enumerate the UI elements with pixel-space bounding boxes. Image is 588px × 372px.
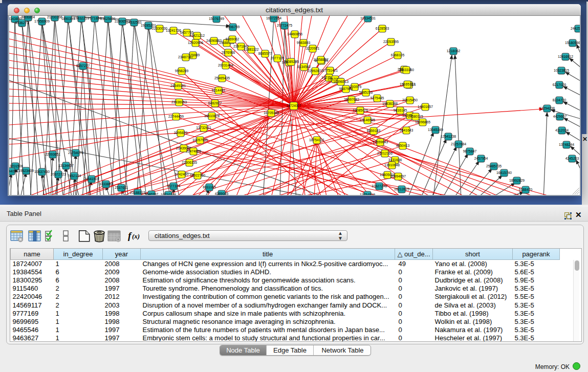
svg-text:3333883: 3333883 — [99, 182, 113, 186]
svg-text:21012166: 21012166 — [377, 151, 393, 155]
svg-text:8359183: 8359183 — [367, 129, 381, 133]
svg-text:8336273: 8336273 — [15, 21, 29, 25]
svg-text:13421212: 13421212 — [189, 34, 205, 37]
svg-text:22330030: 22330030 — [152, 27, 167, 30]
svg-text:5685216: 5685216 — [359, 91, 373, 94]
svg-text:25997682: 25997682 — [344, 98, 359, 101]
svg-text:20031404: 20031404 — [218, 63, 233, 67]
svg-text:18992829: 18992829 — [509, 179, 525, 182]
svg-text:8396759: 8396759 — [226, 25, 240, 29]
svg-text:4112034: 4112034 — [555, 128, 569, 132]
svg-text:15165337: 15165337 — [400, 82, 415, 86]
svg-text:17956909: 17956909 — [34, 19, 50, 23]
svg-text:25025631: 25025631 — [100, 17, 116, 20]
svg-text:19836388: 19836388 — [382, 102, 398, 105]
svg-text:3395870: 3395870 — [174, 131, 188, 135]
svg-text:17559643: 17559643 — [373, 140, 388, 144]
svg-text:20994697: 20994697 — [390, 174, 406, 178]
svg-text:23936053: 23936053 — [171, 100, 187, 104]
svg-text:24549181: 24549181 — [170, 84, 186, 87]
svg-text:5641643: 5641643 — [400, 128, 413, 132]
svg-text:25465435: 25465435 — [214, 76, 230, 80]
svg-text:4429607: 4429607 — [553, 115, 567, 118]
svg-text:8811165: 8811165 — [203, 185, 216, 189]
svg-text:18096865: 18096865 — [415, 120, 430, 124]
svg-text:11558837: 11558837 — [313, 58, 329, 61]
svg-text:16396513: 16396513 — [333, 80, 349, 83]
svg-text:5188470: 5188470 — [519, 188, 533, 191]
svg-text:20772475: 20772475 — [277, 24, 292, 27]
svg-text:9214491: 9214491 — [212, 89, 226, 92]
svg-text:7452134: 7452134 — [68, 174, 81, 178]
svg-text:9983893: 9983893 — [297, 41, 311, 45]
svg-text:10334531: 10334531 — [360, 16, 376, 20]
svg-text:19832259: 19832259 — [74, 16, 89, 20]
svg-text:3644095: 3644095 — [9, 169, 18, 173]
svg-text:3677374: 3677374 — [167, 184, 181, 188]
svg-text:(x): (x) — [132, 232, 140, 240]
svg-text:24532561: 24532561 — [126, 20, 142, 24]
svg-text:13701506: 13701506 — [9, 164, 23, 168]
svg-text:14460856: 14460856 — [287, 32, 302, 36]
svg-text:10323815: 10323815 — [554, 69, 569, 72]
svg-text:13045349: 13045349 — [428, 128, 443, 132]
svg-text:18724007: 18724007 — [287, 104, 301, 107]
svg-text:22306335: 22306335 — [182, 161, 197, 164]
svg-text:2077105: 2077105 — [271, 56, 285, 60]
svg-text:16072954: 16072954 — [266, 16, 281, 20]
svg-text:6128503: 6128503 — [376, 27, 389, 30]
svg-text:19085076: 19085076 — [353, 108, 368, 112]
svg-text:2876966: 2876966 — [222, 51, 235, 54]
svg-text:3220921: 3220921 — [306, 47, 320, 50]
svg-text:23833160: 23833160 — [399, 68, 414, 72]
svg-text:21200396: 21200396 — [47, 16, 62, 19]
svg-text:23188315: 23188315 — [130, 191, 145, 194]
svg-text:22093651: 22093651 — [45, 152, 60, 156]
svg-text:18922760: 18922760 — [190, 173, 205, 177]
svg-text:10327246: 10327246 — [372, 184, 387, 188]
svg-text:8806804: 8806804 — [21, 16, 35, 19]
svg-text:18754131: 18754131 — [309, 138, 324, 142]
svg-text:19523409: 19523409 — [18, 169, 34, 172]
svg-text:16213925: 16213925 — [394, 187, 409, 191]
svg-text:16415740: 16415740 — [496, 171, 512, 174]
svg-text:9816145: 9816145 — [394, 108, 407, 112]
svg-text:14401657: 14401657 — [418, 105, 433, 108]
svg-text:15076749: 15076749 — [209, 17, 224, 20]
svg-text:7671884: 7671884 — [88, 16, 102, 20]
svg-text:10057945: 10057945 — [192, 138, 208, 142]
svg-text:4050413: 4050413 — [396, 144, 410, 147]
svg-text:15180586: 15180586 — [565, 41, 580, 45]
svg-text:12920906: 12920906 — [188, 41, 203, 45]
svg-text:21257684: 21257684 — [451, 142, 466, 146]
svg-text:13134457: 13134457 — [58, 164, 74, 167]
svg-text:25089205: 25089205 — [284, 60, 299, 63]
svg-text:9875847: 9875847 — [463, 149, 477, 153]
svg-text:25485735: 25485735 — [486, 164, 502, 168]
svg-text:12416912: 12416912 — [558, 55, 573, 58]
svg-text:11881122: 11881122 — [244, 48, 258, 51]
svg-text:16510878: 16510878 — [204, 114, 220, 118]
svg-text:23487347: 23487347 — [178, 55, 193, 59]
svg-text:13146585: 13146585 — [360, 118, 375, 122]
svg-text:f: f — [128, 230, 132, 241]
svg-text:6368105: 6368105 — [391, 53, 405, 57]
svg-text:3131636: 3131636 — [388, 158, 402, 162]
svg-text:21754078: 21754078 — [68, 151, 83, 155]
svg-text:24641507: 24641507 — [84, 177, 99, 181]
svg-text:8224730: 8224730 — [553, 98, 567, 102]
svg-text:2457954: 2457954 — [474, 157, 488, 160]
svg-text:20615450: 20615450 — [402, 98, 418, 102]
svg-text:6482877: 6482877 — [208, 101, 222, 105]
svg-text:10837430: 10837430 — [34, 170, 50, 173]
svg-text:6217026: 6217026 — [553, 83, 567, 86]
svg-text:13910648: 13910648 — [384, 163, 400, 167]
svg-text:20372723: 20372723 — [51, 172, 66, 176]
svg-text:6742460: 6742460 — [175, 172, 189, 176]
svg-text:2537611: 2537611 — [115, 186, 128, 189]
svg-text:8369062: 8369062 — [226, 37, 239, 41]
svg-text:22992872: 22992872 — [308, 69, 323, 73]
svg-text:6357277: 6357277 — [76, 64, 90, 68]
svg-text:12294238: 12294238 — [539, 106, 555, 110]
svg-text:4245263: 4245263 — [565, 157, 579, 160]
